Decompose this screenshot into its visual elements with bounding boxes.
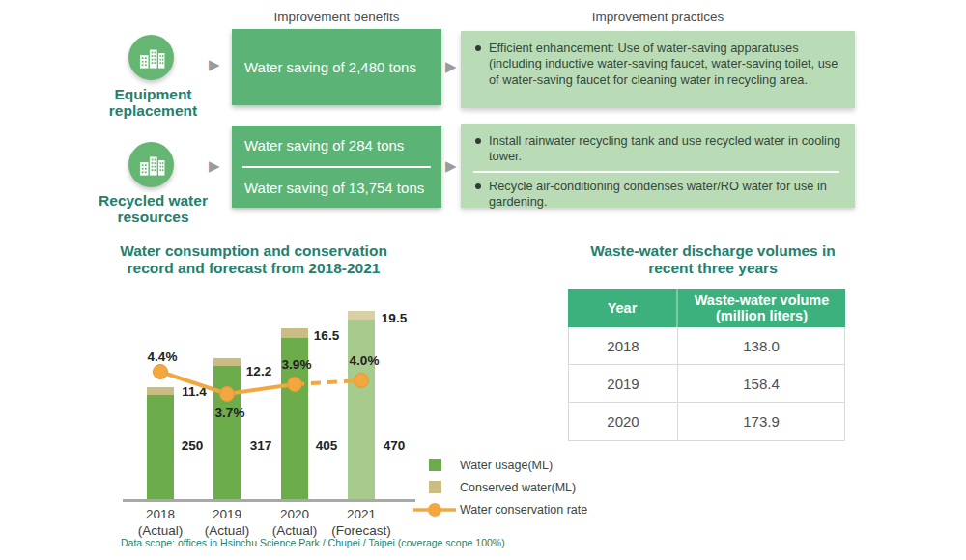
water-usage-swatch-icon [429,459,441,471]
waste-table-title: Waste-water discharge volumes in recent … [573,242,853,278]
legend-label: Water conservation rate [457,503,587,517]
bar-2019 [213,358,241,500]
chart-legend: Water usage(ML) Conserved water(ML) Wate… [412,454,587,520]
volume-cell: 158.4 [678,365,844,402]
legend-item: Water conservation rate [412,498,587,520]
usage-value-label: 317 [236,438,286,453]
conserved-water-swatch-icon [429,481,441,493]
volume-cell: 173.9 [678,403,844,440]
table-header-year: Year [568,289,676,327]
rate-value-label: 4.0% [337,353,391,368]
usage-value-label: 405 [301,438,352,453]
table-row: 2019 158.4 [569,365,844,403]
rate-value-label: 3.7% [203,406,257,420]
legend-label: Conserved water(ML) [457,481,576,494]
bar-2021 [348,311,375,500]
legend-item: Water usage(ML) [412,454,587,476]
waste-water-table: Year Waste-water volume (million liters)… [568,289,845,441]
x-tick-label: 2021(Forecast) [321,507,402,540]
conserved-value-label: 19.5 [369,311,419,325]
rate-point-icon [154,365,168,379]
usage-value-label: 470 [369,438,419,453]
conserved-value-label: 11.4 [169,384,219,399]
rate-value-label: 3.9% [270,357,324,372]
table-row: 2020 173.9 [569,403,844,440]
rate-value-label: 4.4% [135,350,189,364]
legend-item: Conserved water(ML) [412,476,587,498]
year-cell: 2018 [569,327,677,364]
x-axis-line [123,499,415,502]
conserved-value-label: 16.5 [301,328,352,343]
table-body: 2018 138.0 2019 158.4 2020 173.9 [568,327,845,441]
usage-value-label: 250 [167,438,217,453]
line-dot-sample-icon [412,501,457,518]
bar-2020 [281,328,308,500]
chart-footnote: Data scope: offices in Hsinchu Science P… [121,537,584,548]
table-row: 2018 138.0 [569,327,844,365]
year-cell: 2020 [569,403,677,440]
legend-label: Water usage(ML) [457,459,553,472]
table-header-row: Year Waste-water volume (million liters) [568,289,845,327]
volume-cell: 138.0 [678,327,844,364]
infographic-canvas: Improvement benefits Improvement practic… [0,0,966,560]
tick-year: 2021 [321,507,402,523]
table-header-volume: Waste-water volume (million liters) [678,289,845,327]
year-cell: 2019 [569,365,677,402]
